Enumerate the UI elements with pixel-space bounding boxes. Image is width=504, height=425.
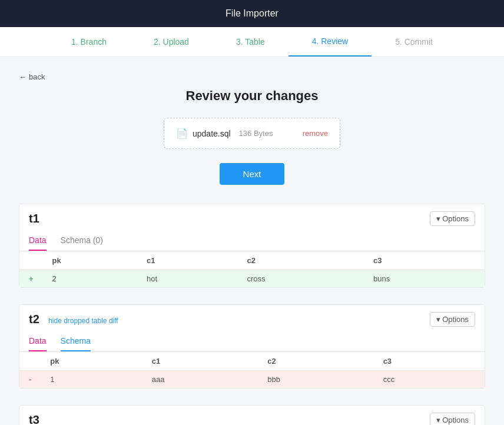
- t2-tab-schema[interactable]: Schema: [61, 331, 91, 351]
- t2-table-header-row: pk c1 c2 c3: [19, 352, 485, 371]
- file-upload-box: 📄 update.sql 136 Bytes remove: [164, 118, 340, 149]
- steps-nav: 1. Branch 2. Upload 3. Table 4. Review 5…: [0, 27, 504, 57]
- diff-marker-minus: -: [29, 375, 31, 384]
- table-t3-name: t3: [29, 413, 39, 425]
- t1-table-header-row: pk c1 c2 c3: [19, 251, 485, 270]
- remove-file-link[interactable]: remove: [303, 129, 328, 138]
- table-section-t1: t1 ▾ Options Data Schema (0) pk c1 c2 c3…: [19, 204, 485, 288]
- step-commit[interactable]: 5. Commit: [372, 28, 456, 56]
- t2-options-button[interactable]: ▾ Options: [430, 312, 475, 327]
- t3-options-button[interactable]: ▾ Options: [430, 413, 475, 425]
- page-title: Review your changes: [19, 88, 485, 104]
- t1-tab-schema[interactable]: Schema (0): [61, 231, 103, 251]
- table-t1-header: t1 ▾ Options: [19, 204, 485, 226]
- table-t2-name: t2: [29, 313, 39, 326]
- t2-tab-data[interactable]: Data: [29, 331, 47, 351]
- table-section-t3: t3 ▾ Options Data Schema (0) pk c1 c2 c3…: [19, 405, 485, 425]
- cell-c3: buns: [364, 270, 485, 288]
- table-section-t2: t2 hide dropped table diff ▾ Options Dat…: [19, 304, 485, 389]
- t2-tab-bar: Data Schema: [19, 331, 485, 352]
- cell-c2: cross: [238, 270, 364, 288]
- hide-dropped-diff-link[interactable]: hide dropped table diff: [47, 317, 118, 325]
- step-table[interactable]: 3. Table: [213, 28, 289, 56]
- t2-data-table: pk c1 c2 c3 - 1 aaa bbb ccc: [19, 352, 485, 388]
- back-link[interactable]: ← back: [19, 72, 45, 81]
- file-name: update.sql: [193, 129, 231, 138]
- t1-col-c1: c1: [137, 251, 237, 270]
- table-t3-header: t3 ▾ Options: [19, 406, 485, 425]
- cell-c1: hot: [137, 270, 237, 288]
- table-row: - 1 aaa bbb ccc: [19, 371, 485, 389]
- table-t1-name: t1: [29, 212, 39, 225]
- cell-c2: bbb: [258, 371, 373, 389]
- t1-data-table: pk c1 c2 c3 + 2 hot cross buns: [19, 251, 485, 287]
- cell-pk: 1: [41, 371, 142, 389]
- file-info: 📄 update.sql 136 Bytes: [176, 128, 273, 139]
- t1-tab-data[interactable]: Data: [29, 231, 47, 251]
- t1-col-pk: pk: [43, 251, 138, 270]
- app-title-bar: File Importer: [0, 0, 504, 27]
- table-t2-header: t2 hide dropped table diff ▾ Options: [19, 305, 485, 327]
- main-content: ← back Review your changes 📄 update.sql …: [0, 57, 504, 425]
- t1-col-c3: c3: [364, 251, 485, 270]
- app-title: File Importer: [226, 8, 278, 18]
- cell-c3: ccc: [374, 371, 485, 389]
- t2-col-c2: c2: [258, 352, 373, 371]
- file-icon: 📄: [176, 128, 188, 139]
- step-review[interactable]: 4. Review: [289, 27, 372, 57]
- next-button[interactable]: Next: [220, 163, 285, 185]
- cell-c1: aaa: [142, 371, 258, 389]
- t2-col-c3: c3: [374, 352, 485, 371]
- t2-col-pk: pk: [41, 352, 142, 371]
- step-upload[interactable]: 2. Upload: [130, 28, 213, 56]
- step-branch[interactable]: 1. Branch: [48, 28, 130, 56]
- cell-pk: 2: [43, 270, 138, 288]
- back-arrow-icon: ←: [19, 72, 26, 81]
- t1-options-button[interactable]: ▾ Options: [430, 211, 475, 226]
- t1-tab-bar: Data Schema (0): [19, 231, 485, 251]
- file-size: 136 Bytes: [239, 129, 273, 138]
- table-row: + 2 hot cross buns: [19, 270, 485, 288]
- t2-col-c1: c1: [142, 352, 258, 371]
- t1-col-c2: c2: [238, 251, 364, 270]
- diff-marker-plus: +: [29, 274, 34, 283]
